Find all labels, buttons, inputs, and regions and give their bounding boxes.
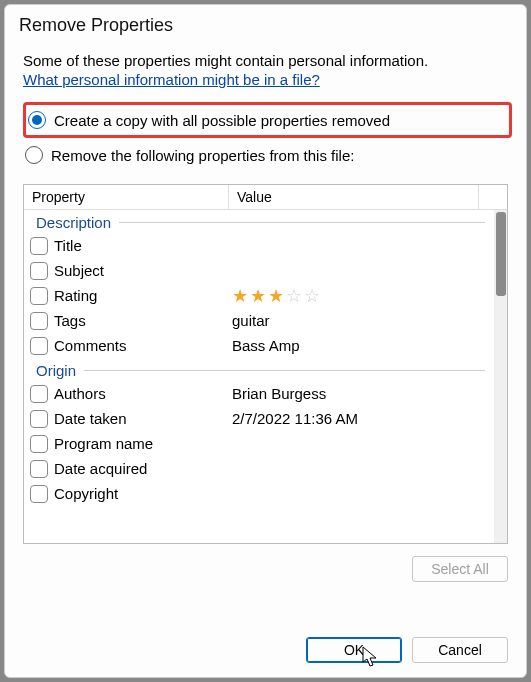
property-row[interactable]: Title [24, 233, 493, 258]
property-row[interactable]: Tagsguitar [24, 308, 493, 333]
list-header: Property Value [24, 185, 507, 210]
remove-following-label: Remove the following properties from thi… [51, 147, 354, 164]
info-link[interactable]: What personal information might be in a … [23, 71, 508, 88]
property-name: Tags [54, 312, 232, 329]
star-icon: ★ [268, 287, 284, 305]
property-name: Date taken [54, 410, 232, 427]
property-value: Bass Amp [232, 337, 300, 354]
star-icon: ☆ [286, 287, 302, 305]
property-row[interactable]: Date taken2/7/2022 11:36 AM [24, 406, 493, 431]
property-checkbox[interactable] [30, 460, 48, 478]
cancel-button[interactable]: Cancel [412, 637, 508, 663]
create-copy-label: Create a copy with all possible properti… [54, 112, 390, 129]
property-name: Rating [54, 287, 232, 304]
property-row[interactable]: Program name [24, 431, 493, 456]
group-header: Origin [24, 358, 493, 381]
property-checkbox[interactable] [30, 337, 48, 355]
property-value: guitar [232, 312, 270, 329]
ok-button[interactable]: OK [306, 637, 402, 663]
list-body: DescriptionTitleSubjectRating★★★☆☆Tagsgu… [24, 210, 507, 543]
group-header: Description [24, 210, 493, 233]
group-label: Description [36, 214, 111, 231]
property-row[interactable]: Copyright [24, 481, 493, 506]
property-checkbox[interactable] [30, 485, 48, 503]
star-icon: ★ [250, 287, 266, 305]
remove-following-radio[interactable] [25, 146, 43, 164]
create-copy-option[interactable]: Create a copy with all possible properti… [23, 102, 512, 138]
scrollbar[interactable] [494, 210, 507, 543]
remove-following-option[interactable]: Remove the following properties from thi… [23, 144, 508, 166]
property-value: Brian Burgess [232, 385, 326, 402]
dialog-title: Remove Properties [5, 5, 526, 44]
property-row[interactable]: Date acquired [24, 456, 493, 481]
dialog-content: Some of these properties might contain p… [5, 44, 526, 627]
star-icon: ☆ [304, 287, 320, 305]
properties-list: Property Value DescriptionTitleSubjectRa… [23, 184, 508, 544]
property-name: Copyright [54, 485, 232, 502]
intro-text: Some of these properties might contain p… [23, 52, 508, 69]
property-row[interactable]: Subject [24, 258, 493, 283]
property-checkbox[interactable] [30, 410, 48, 428]
property-name: Subject [54, 262, 232, 279]
remove-properties-dialog: Remove Properties Some of these properti… [4, 4, 527, 678]
column-extra [479, 185, 507, 209]
property-value: ★★★☆☆ [232, 287, 320, 305]
property-checkbox[interactable] [30, 237, 48, 255]
property-checkbox[interactable] [30, 385, 48, 403]
property-row[interactable]: CommentsBass Amp [24, 333, 493, 358]
group-divider [84, 370, 485, 371]
property-name: Date acquired [54, 460, 232, 477]
property-value: 2/7/2022 11:36 AM [232, 410, 358, 427]
property-name: Title [54, 237, 232, 254]
select-all-row: Select All [23, 544, 508, 590]
rating-stars: ★★★☆☆ [232, 287, 320, 305]
property-name: Program name [54, 435, 232, 452]
scrollbar-thumb[interactable] [496, 212, 506, 296]
column-property[interactable]: Property [24, 185, 229, 209]
property-name: Comments [54, 337, 232, 354]
column-value[interactable]: Value [229, 185, 479, 209]
select-all-button[interactable]: Select All [412, 556, 508, 582]
group-divider [119, 222, 485, 223]
create-copy-radio[interactable] [28, 111, 46, 129]
property-checkbox[interactable] [30, 312, 48, 330]
dialog-footer: OK Cancel [5, 627, 526, 677]
property-checkbox[interactable] [30, 435, 48, 453]
property-checkbox[interactable] [30, 262, 48, 280]
property-checkbox[interactable] [30, 287, 48, 305]
property-name: Authors [54, 385, 232, 402]
property-row[interactable]: AuthorsBrian Burgess [24, 381, 493, 406]
group-label: Origin [36, 362, 76, 379]
property-row[interactable]: Rating★★★☆☆ [24, 283, 493, 308]
star-icon: ★ [232, 287, 248, 305]
